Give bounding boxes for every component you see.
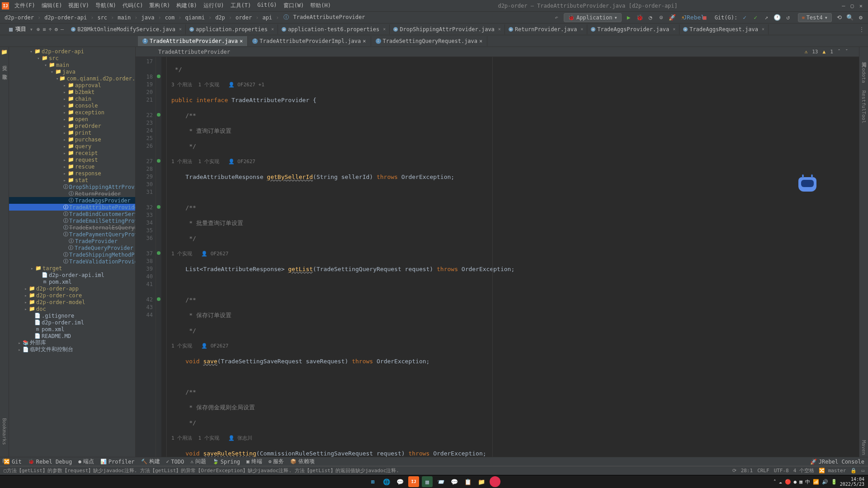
- breadcrumbs[interactable]: d2p-order›d2p-order-api›src›main›java›co…: [4, 13, 553, 22]
- taskbar-edge[interactable]: 🌐: [381, 476, 392, 487]
- tree-node[interactable]: 📄.gitignore: [9, 312, 135, 319]
- menu-item[interactable]: 视图(V): [66, 1, 92, 10]
- caret-position[interactable]: 28:1: [741, 468, 753, 474]
- line-separator[interactable]: CRLF: [757, 468, 769, 474]
- taskbar-app4[interactable]: 📋: [462, 476, 473, 487]
- inspection-indicator[interactable]: ⚠13 ▲1 ˆˇ: [805, 49, 848, 55]
- tree-node[interactable]: ⒾDropShippingAttrProvider: [9, 183, 135, 190]
- maximize-icon[interactable]: ▢: [851, 3, 854, 9]
- tree-node[interactable]: 📄d2p-order.iml: [9, 319, 135, 326]
- editor-tab[interactable]: ●application.properties×: [186, 24, 278, 34]
- bottom-tab[interactable]: ⚙服务: [269, 458, 284, 465]
- run-config-selector[interactable]: 🐞Application▾: [564, 13, 622, 22]
- tree-node[interactable]: ⒾTradePaymentQueryProvider: [9, 231, 135, 238]
- editor-tab[interactable]: ●application-test6.properties×: [278, 24, 390, 34]
- tab-overflow-icon[interactable]: ⋮: [855, 26, 868, 33]
- git-rollback-icon[interactable]: ↺: [784, 14, 792, 21]
- tray-battery[interactable]: 🔋: [831, 479, 837, 485]
- close-icon[interactable]: ×: [673, 27, 675, 32]
- jrebel-icon[interactable]: JRebel: [690, 14, 698, 21]
- taskbar-start[interactable]: ⊞: [368, 476, 378, 487]
- breadcrumb-item[interactable]: d2p-order-api: [43, 14, 88, 21]
- test-config[interactable]: ⊞Test4▾: [798, 13, 832, 22]
- left-tool-strip[interactable]: 📁 提交 拉取请求 Bookmarks 结构: [0, 47, 9, 457]
- tree-node[interactable]: ▸📁stat: [9, 177, 135, 183]
- tree-node[interactable]: ▸📁response: [9, 170, 135, 177]
- menu-item[interactable]: 编辑(E): [39, 1, 65, 10]
- tree-node[interactable]: 📄d2p-order-api.iml: [9, 272, 135, 278]
- tree-node[interactable]: ▾📁d2p-order-api: [9, 48, 135, 55]
- tree-node[interactable]: ▾📁com.qianmi.d2p.order.api: [9, 75, 135, 82]
- select-opened-icon[interactable]: ⊕: [37, 26, 40, 33]
- tray-network[interactable]: 📶: [813, 479, 819, 485]
- bottom-tab[interactable]: 🐞Rebel Debug: [28, 459, 72, 465]
- close-icon[interactable]: ×: [271, 27, 274, 32]
- right-tool-strip[interactable]: 通知 Codota RestfulTool Maven: [859, 47, 868, 457]
- code-editor[interactable]: 1718192021222324252627282930313233343536…: [136, 57, 859, 457]
- bottom-tab[interactable]: ⚠问题: [190, 458, 206, 465]
- breadcrumb-item[interactable]: Ⓘ TradeAttributeProvider: [282, 13, 366, 22]
- run-icon[interactable]: ▶: [625, 14, 632, 21]
- breadcrumb-item[interactable]: qianmi: [184, 14, 206, 21]
- tree-node[interactable]: ⒾTradeBindCustomerServiceStaffProvider: [9, 211, 135, 217]
- notifications-strip[interactable]: 通知: [859, 56, 868, 60]
- breadcrumb-item[interactable]: main: [117, 14, 132, 21]
- collapse-icon[interactable]: ÷: [49, 26, 52, 33]
- tree-node[interactable]: ⒾTradeExternalEsQueryProvider: [9, 224, 135, 231]
- close-icon[interactable]: ×: [498, 27, 501, 32]
- tray-icon4[interactable]: ▦: [799, 479, 802, 485]
- bottom-tab[interactable]: ✓TODO: [166, 459, 184, 465]
- close-icon[interactable]: ×: [383, 27, 386, 32]
- tree-node[interactable]: ▸📁open: [9, 116, 135, 122]
- structure-strip[interactable]: Bookmarks: [0, 415, 8, 448]
- expand-icon[interactable]: ≡: [42, 26, 46, 33]
- tree-node[interactable]: ▸📁rescue: [9, 163, 135, 170]
- debug-icon[interactable]: 🐞: [636, 14, 643, 21]
- editor-breadcrumb[interactable]: TradeAttributeProvider: [136, 47, 859, 57]
- tree-node[interactable]: ⒾTradeAggsProvider: [9, 197, 135, 204]
- tray-icon1[interactable]: ☁: [779, 479, 782, 485]
- gear-icon[interactable]: ⚙: [55, 26, 58, 33]
- marker-gutter[interactable]: [156, 57, 161, 457]
- tree-node[interactable]: ▸📁request: [9, 156, 135, 163]
- tree-node[interactable]: ⒾTradeEmailSettingProvider: [9, 217, 135, 224]
- menu-item[interactable]: 工具(T): [228, 1, 254, 10]
- tree-node[interactable]: ▸📁chain: [9, 95, 135, 102]
- bottom-tab[interactable]: 📊Profiler: [100, 459, 135, 465]
- coverage-icon[interactable]: ◔: [647, 14, 654, 21]
- mem-indicator[interactable]: ▭: [861, 468, 864, 474]
- taskbar-intellij[interactable]: IJ: [408, 476, 419, 487]
- indent-info[interactable]: 4 个空格: [793, 467, 814, 474]
- tree-node[interactable]: ⒾTradeShippingMethodProvider: [9, 251, 135, 258]
- bottom-tab[interactable]: ▣终端: [246, 458, 262, 465]
- tree-node[interactable]: ▸📁doc: [9, 305, 135, 312]
- tree-node[interactable]: ▾📁main: [9, 61, 135, 68]
- taskbar-app5[interactable]: [490, 476, 500, 487]
- menu-item[interactable]: 窗口(W): [281, 1, 307, 10]
- tree-node[interactable]: ⒾTradeValidationProvider: [9, 258, 135, 265]
- taskbar-app1[interactable]: 💬: [395, 476, 406, 487]
- lock-icon[interactable]: 🔒: [850, 468, 857, 474]
- close-icon[interactable]: ✕: [859, 3, 863, 9]
- tree-node[interactable]: ▸📁d2p-order-model: [9, 299, 135, 305]
- tree-node[interactable]: ▸📁preOrder: [9, 122, 135, 129]
- file-encoding[interactable]: UTF-8: [774, 468, 789, 474]
- editor-tab[interactable]: ●TradeAggsRequest.java×: [679, 24, 769, 34]
- tray-volume[interactable]: 🔊: [822, 479, 828, 485]
- tree-node[interactable]: ▸📁d2p-order-app: [9, 285, 135, 292]
- tree-node[interactable]: ⒾTradeQueryProvider: [9, 244, 135, 251]
- taskbar-explorer[interactable]: 📁: [476, 476, 487, 487]
- taskbar-app2[interactable]: ▦: [422, 476, 433, 487]
- tray-clock[interactable]: 14:042022/5/23: [840, 477, 864, 487]
- editor-tab[interactable]: ●ReturnProvider.java×: [505, 24, 587, 34]
- taskbar-app3[interactable]: 📨: [435, 476, 446, 487]
- project-strip-icon[interactable]: 📁: [1, 49, 8, 55]
- breadcrumb-item[interactable]: src: [96, 14, 108, 21]
- menu-item[interactable]: 运行(U): [201, 1, 227, 10]
- tree-node[interactable]: ▾📁src: [9, 55, 135, 61]
- project-tree[interactable]: ▾📁d2p-order-api▾📁src▾📁main▾📁java▾📁com.qi…: [9, 47, 135, 457]
- menu-item[interactable]: 文件(F): [12, 1, 38, 10]
- tree-node[interactable]: ▸📁query: [9, 143, 135, 150]
- tree-node[interactable]: ⒾTradeProvider: [9, 238, 135, 244]
- tree-node[interactable]: ▸📁target: [9, 265, 135, 272]
